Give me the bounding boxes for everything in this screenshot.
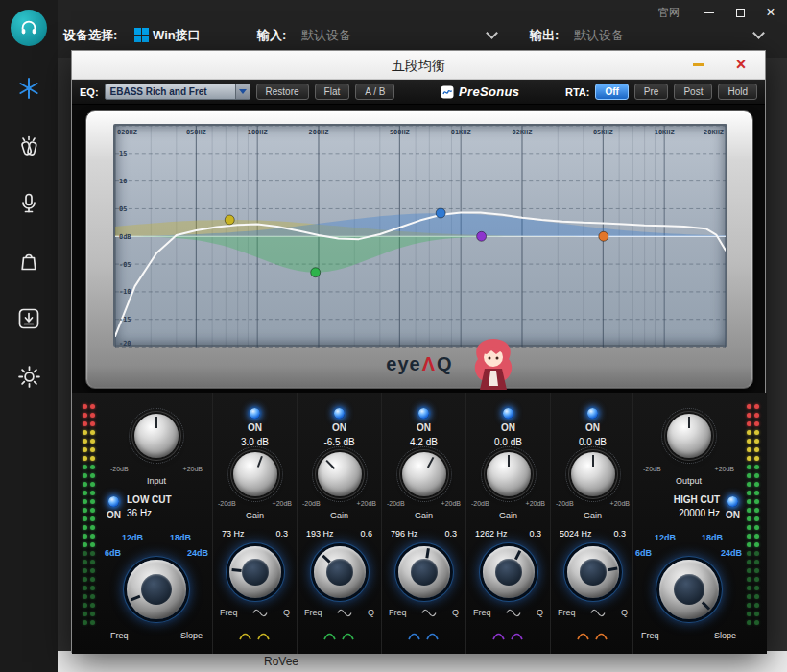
band-on-label: ON: [466, 422, 550, 433]
band-filter-type-icon[interactable]: [322, 629, 357, 641]
band-gain-knob[interactable]: [402, 452, 446, 496]
band-freq-knob[interactable]: [229, 546, 281, 598]
meter-led: [83, 465, 87, 469]
restore-button[interactable]: Restore: [256, 84, 309, 100]
meter-led: [747, 413, 751, 418]
meter-led: [90, 612, 95, 616]
app-sidebar: [0, 0, 58, 672]
ab-compare-button[interactable]: A / B: [355, 84, 394, 100]
sidebar-item-applause[interactable]: [0, 127, 58, 165]
band-on-label: ON: [298, 422, 381, 433]
eq-minimize-button[interactable]: [682, 51, 715, 79]
meter-led: [747, 577, 751, 582]
sidebar-item-download[interactable]: [0, 300, 58, 338]
meter-led: [747, 516, 751, 521]
band-filter-type-icon[interactable]: [491, 629, 526, 641]
input-label-text: Input: [103, 476, 210, 486]
input-device-chevron-icon[interactable]: [486, 27, 498, 39]
band-freq-knob[interactable]: [314, 546, 366, 598]
band-freq-value: 796 Hz: [391, 529, 418, 539]
input-min-label: -20dB: [110, 466, 129, 472]
gain-max-label: +20dB: [610, 500, 630, 507]
app-minimize-button[interactable]: [697, 2, 722, 23]
meter-led: [754, 413, 759, 418]
band-freq-knob[interactable]: [567, 546, 619, 598]
band-on-led[interactable]: [418, 408, 429, 419]
band-gain-knob[interactable]: [318, 452, 362, 496]
band-gain-knob[interactable]: [571, 452, 615, 496]
low-cut-on-led[interactable]: [108, 496, 119, 507]
meter-led: [83, 430, 87, 435]
meter-led: [754, 508, 759, 513]
input-label: 输入:: [257, 27, 286, 44]
band-filter-type-icon[interactable]: [576, 629, 610, 641]
flat-button[interactable]: Flat: [315, 84, 350, 100]
meter-led: [90, 560, 95, 564]
sidebar-item-effects[interactable]: [0, 69, 58, 108]
band-5-handle[interactable]: [599, 231, 608, 241]
preset-dropdown[interactable]: EBASS Rich and Fret: [105, 84, 250, 100]
meter-led: [754, 568, 759, 573]
low-cut-freq-knob[interactable]: [127, 560, 186, 619]
freq-tick-label: 200HZ: [309, 129, 329, 136]
band-on-label: ON: [382, 422, 465, 433]
output-device-value[interactable]: 默认设备: [574, 27, 624, 44]
band-4-handle[interactable]: [477, 231, 487, 241]
rta-off-button[interactable]: Off: [595, 84, 628, 100]
app-maximize-button[interactable]: [727, 2, 752, 23]
eq-close-button[interactable]: ×: [725, 51, 757, 79]
band-on-led[interactable]: [503, 408, 513, 419]
freq-label: Freq: [304, 608, 322, 617]
eq-response-graph[interactable]: 020HZ050HZ100HZ200HZ500HZ01KHZ02KHZ05KHZ…: [113, 124, 727, 347]
meter-led: [90, 508, 95, 513]
freq-label: Freq: [220, 608, 238, 617]
band-gain-knob[interactable]: [487, 452, 531, 496]
band-1-handle[interactable]: [225, 215, 234, 225]
band-freq-value: 73 Hz: [222, 529, 245, 539]
meter-led: [83, 447, 87, 452]
sidebar-item-settings[interactable]: [0, 357, 58, 396]
meter-led: [747, 491, 751, 495]
band-on-led[interactable]: [587, 408, 598, 419]
freq-tick-label: 020HZ: [117, 129, 137, 136]
band-on-led[interactable]: [250, 408, 260, 419]
meter-led: [754, 439, 759, 444]
output-min-label: -20dB: [643, 466, 661, 472]
eq-plugin-window: 五段均衡 × EQ: EBASS Rich and Fret Restore F…: [71, 50, 766, 653]
rta-label: RTA:: [565, 86, 589, 98]
app-close-button[interactable]: ×: [758, 2, 783, 23]
meter-led: [754, 551, 759, 556]
meter-led: [754, 456, 759, 461]
output-gain-knob[interactable]: [667, 414, 711, 458]
sidebar-item-microphone[interactable]: [0, 184, 58, 223]
official-site-link[interactable]: 官网: [658, 6, 680, 20]
device-value[interactable]: Win接口: [153, 27, 201, 44]
high-cut-freq-knob[interactable]: [659, 560, 719, 619]
app-logo[interactable]: [11, 10, 47, 46]
band-on-led[interactable]: [334, 408, 345, 419]
rovee-label: RoVee: [264, 655, 298, 668]
meter-led: [754, 447, 759, 452]
input-device-value[interactable]: 默认设备: [301, 27, 351, 44]
rta-pre-button[interactable]: Pre: [634, 84, 669, 100]
band-filter-type-icon[interactable]: [407, 629, 441, 641]
input-gain-knob[interactable]: [134, 414, 179, 458]
gear-icon: [17, 365, 41, 389]
output-device-chevron-icon[interactable]: [752, 27, 765, 39]
high-cut-on-led[interactable]: [727, 496, 738, 507]
preset-value: EBASS Rich and Fret: [106, 86, 235, 97]
band-freq-knob[interactable]: [483, 546, 535, 598]
band-gain-knob[interactable]: [233, 452, 277, 496]
rta-post-button[interactable]: Post: [674, 84, 712, 100]
rta-hold-button[interactable]: Hold: [718, 84, 757, 100]
meter-led: [83, 560, 87, 564]
eq-window-titlebar[interactable]: 五段均衡 ×: [72, 51, 765, 80]
sidebar-item-store[interactable]: [0, 242, 58, 280]
band-filter-type-icon[interactable]: [238, 629, 273, 641]
band-freq-knob[interactable]: [398, 546, 450, 598]
output-max-label: +20dB: [715, 466, 734, 472]
band-3-handle[interactable]: [436, 208, 445, 218]
band-2-handle[interactable]: [311, 268, 321, 277]
gain-label: Gain: [298, 511, 381, 520]
output-section: -20dB +20dB Output HIGH CUT 20000 Hz ON …: [632, 393, 744, 654]
